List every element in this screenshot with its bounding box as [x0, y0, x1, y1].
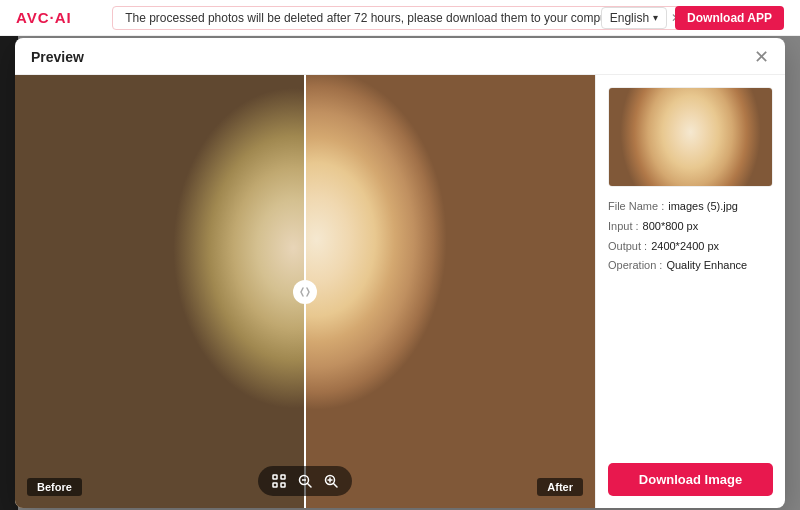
- operation-label: Operation :: [608, 256, 662, 276]
- split-handle[interactable]: [293, 280, 317, 304]
- input-value: 800*800 px: [643, 217, 699, 237]
- svg-rect-0: [273, 475, 277, 479]
- download-image-button[interactable]: Download Image: [608, 463, 773, 496]
- zoom-fit-icon: [272, 474, 286, 488]
- thumbnail-image: [609, 88, 772, 186]
- file-name-row: File Name : images (5).jpg: [608, 197, 773, 217]
- operation-row: Operation : Quality Enhance: [608, 256, 773, 276]
- svg-rect-3: [281, 483, 285, 487]
- output-row: Output : 2400*2400 px: [608, 237, 773, 257]
- topbar: AVC·AI The processed photos will be dele…: [0, 0, 800, 36]
- zoom-controls: [258, 466, 352, 496]
- modal-header: Preview ✕: [15, 38, 785, 75]
- after-image: [305, 75, 595, 508]
- modal-title: Preview: [31, 49, 84, 65]
- svg-line-6: [308, 484, 312, 488]
- after-face-render: [305, 75, 595, 508]
- modal-overlay: Preview ✕: [0, 36, 800, 510]
- zoom-out-icon: [298, 474, 312, 488]
- operation-value: Quality Enhance: [666, 256, 747, 276]
- after-label: After: [537, 478, 583, 496]
- zoom-out-button[interactable]: [294, 470, 316, 492]
- file-name-value: images (5).jpg: [668, 197, 738, 217]
- file-info: File Name : images (5).jpg Input : 800*8…: [608, 197, 773, 276]
- before-label: Before: [27, 478, 82, 496]
- split-divider[interactable]: [304, 75, 306, 508]
- output-label: Output :: [608, 237, 647, 257]
- zoom-in-icon: [324, 474, 338, 488]
- logo-text: AVC·AI: [16, 9, 72, 26]
- split-container: Before After: [15, 75, 595, 508]
- main-background: Preview ✕: [0, 36, 800, 510]
- zoom-in-button[interactable]: [320, 470, 342, 492]
- output-value: 2400*2400 px: [651, 237, 719, 257]
- preview-area: Before After: [15, 75, 595, 508]
- svg-rect-1: [281, 475, 285, 479]
- lang-label: English: [610, 11, 649, 25]
- topbar-right: English ▾ Download APP: [601, 6, 784, 30]
- input-row: Input : 800*800 px: [608, 217, 773, 237]
- preview-modal: Preview ✕: [15, 38, 785, 508]
- modal-close-button[interactable]: ✕: [754, 48, 769, 66]
- language-selector[interactable]: English ▾: [601, 7, 667, 29]
- notice-text: The processed photos will be deleted aft…: [125, 11, 663, 25]
- download-app-button[interactable]: Download APP: [675, 6, 784, 30]
- modal-body: Before After: [15, 75, 785, 508]
- before-image: [15, 75, 305, 508]
- right-panel: File Name : images (5).jpg Input : 800*8…: [595, 75, 785, 508]
- svg-line-10: [334, 484, 338, 488]
- logo: AVC·AI: [16, 9, 72, 26]
- zoom-fit-button[interactable]: [268, 470, 290, 492]
- file-name-label: File Name :: [608, 197, 664, 217]
- svg-rect-2: [273, 483, 277, 487]
- chevron-down-icon: ▾: [653, 12, 658, 23]
- split-handle-icon: [299, 286, 311, 298]
- thumbnail-container: [608, 87, 773, 187]
- input-label: Input :: [608, 217, 639, 237]
- before-face-render: [15, 75, 305, 508]
